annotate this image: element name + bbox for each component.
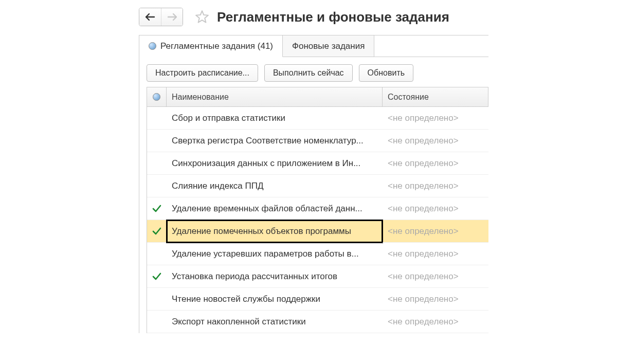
- row-status-cell: [147, 197, 167, 220]
- refresh-button[interactable]: Обновить: [359, 64, 413, 82]
- row-name-cell: Удаление временных файлов областей данн.…: [167, 197, 383, 220]
- table-row[interactable]: Удаление устаревших параметров работы в.…: [147, 243, 488, 265]
- table-row[interactable]: Удаление временных файлов областей данн.…: [147, 197, 488, 220]
- arrow-right-icon: [167, 13, 178, 21]
- page-title: Регламентные и фоновые задания: [217, 9, 449, 25]
- row-status-cell: [147, 130, 167, 152]
- check-icon: [152, 204, 162, 214]
- row-status-cell: [147, 107, 167, 130]
- table-row[interactable]: Синхронизация данных с приложением в Ин.…: [147, 152, 488, 175]
- star-icon: [194, 9, 210, 25]
- main-panel: Регламентные задания (41) Фоновые задани…: [139, 35, 488, 333]
- row-name-cell: Свертка регистра Соответствие номенклату…: [167, 130, 383, 152]
- tab-label: Фоновые задания: [292, 41, 365, 51]
- jobs-table: Наименование Состояние Сбор и отправка с…: [147, 87, 488, 333]
- table-row[interactable]: Свертка регистра Соответствие номенклату…: [147, 130, 488, 152]
- column-header-state[interactable]: Состояние: [383, 87, 488, 107]
- globe-icon: [153, 93, 160, 101]
- window: Регламентные и фоновые задания Регламент…: [0, 0, 617, 333]
- header-bar: Регламентные и фоновые задания: [139, 4, 617, 30]
- check-icon: [152, 271, 162, 282]
- row-name-cell: Удаление помеченных объектов программы: [167, 220, 383, 243]
- check-icon: [152, 226, 162, 236]
- table-row[interactable]: Чтение новостей службы поддержки<не опре…: [147, 288, 488, 311]
- tab-scheduled-jobs[interactable]: Регламентные задания (41): [139, 35, 283, 57]
- row-state-cell: <не определено>: [383, 288, 488, 311]
- configure-schedule-button[interactable]: Настроить расписание...: [147, 64, 258, 82]
- row-name-cell: Удаление устаревших параметров работы в.…: [167, 243, 383, 265]
- row-status-cell: [147, 175, 167, 197]
- row-state-cell: <не определено>: [383, 130, 488, 152]
- row-state-cell: <не определено>: [383, 107, 488, 130]
- row-status-cell: [147, 311, 167, 333]
- row-name-cell: Экспорт накопленной статистики: [167, 311, 383, 333]
- table-body: Сбор и отправка статистики<не определено…: [147, 107, 488, 333]
- column-header-name[interactable]: Наименование: [167, 87, 383, 107]
- table-row[interactable]: Удаление помеченных объектов программы<н…: [147, 220, 488, 243]
- row-state-cell: <не определено>: [383, 243, 488, 265]
- row-state-cell: <не определено>: [383, 152, 488, 175]
- arrow-left-icon: [144, 13, 156, 21]
- row-name-cell: Сбор и отправка статистики: [167, 107, 383, 130]
- tab-bar: Регламентные задания (41) Фоновые задани…: [139, 35, 488, 57]
- row-state-cell: <не определено>: [383, 265, 488, 288]
- nav-group: [139, 8, 183, 26]
- tab-label: Регламентные задания (41): [160, 41, 273, 51]
- row-state-cell: <не определено>: [383, 197, 488, 220]
- nav-forward-button[interactable]: [161, 8, 183, 26]
- row-name-cell: Чтение новостей службы поддержки: [167, 288, 383, 311]
- row-name-cell: Слияние индекса ППД: [167, 175, 383, 197]
- table-header: Наименование Состояние: [147, 87, 488, 107]
- row-state-cell: <не определено>: [383, 311, 488, 333]
- globe-icon: [149, 42, 156, 50]
- table-row[interactable]: Экспорт накопленной статистики<не опреде…: [147, 311, 488, 333]
- row-state-cell: <не определено>: [383, 175, 488, 197]
- favorite-button[interactable]: [194, 9, 210, 25]
- column-header-status[interactable]: [147, 87, 167, 107]
- row-name-cell: Установка периода рассчитанных итогов: [167, 265, 383, 288]
- row-status-cell: [147, 288, 167, 311]
- table-row[interactable]: Установка периода рассчитанных итогов<не…: [147, 265, 488, 288]
- row-status-cell: [147, 152, 167, 175]
- toolbar: Настроить расписание... Выполнить сейчас…: [139, 57, 488, 87]
- tab-background-jobs[interactable]: Фоновые задания: [283, 35, 374, 57]
- table-row[interactable]: Сбор и отправка статистики<не определено…: [147, 107, 488, 130]
- nav-back-button[interactable]: [139, 8, 161, 26]
- table-row[interactable]: Слияние индекса ППД<не определено>: [147, 175, 488, 197]
- row-status-cell: [147, 220, 167, 243]
- row-status-cell: [147, 265, 167, 288]
- row-name-cell: Синхронизация данных с приложением в Ин.…: [167, 152, 383, 175]
- row-status-cell: [147, 243, 167, 265]
- row-state-cell: <не определено>: [383, 220, 488, 243]
- run-now-button[interactable]: Выполнить сейчас: [264, 64, 353, 82]
